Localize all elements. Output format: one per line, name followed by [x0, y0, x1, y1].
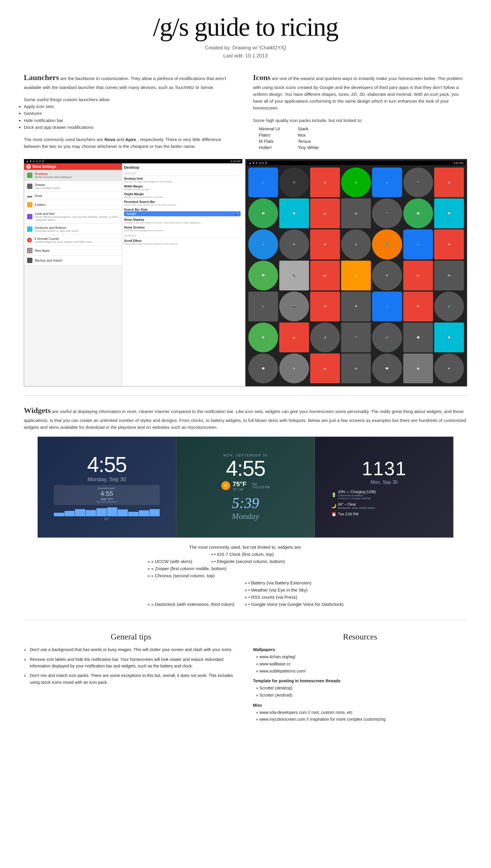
search-bar-setting: Persistent Search Bar Search and voice s… [124, 200, 240, 206]
bottom-section: General tips Don't use a background that… [24, 632, 467, 723]
widget-time-1: 4:55 [87, 454, 126, 475]
list-item: Dock and app drawer modifications [24, 124, 238, 131]
widgets-title: Widgets [24, 406, 51, 415]
weather-row: ☀ 75°F 75° | 56° Fair TUE 5:00 PM [221, 480, 270, 491]
icon-screenshot: ▲ ▼ ✦ ⊡ ⊡ ☰ 3:32 PM f 📷 M E f 📷 M ☎ 💬 g+… [246, 159, 467, 387]
misc-link[interactable]: www.mycolorscreen.com // inspiration for… [256, 716, 467, 723]
icon-packs-list: Minimal UI Flatro M Flats Holler! Stark:… [253, 126, 467, 150]
scroll-section-label: SCROLL [124, 234, 240, 238]
misc-link[interactable]: www.xda-developers.com // root, custom r… [256, 709, 467, 716]
nova-menu: N Nova Settings Desktop Home Screens and… [24, 163, 122, 387]
icons-title: Icons [253, 73, 271, 82]
page-title: /g/s guide to ricing [24, 12, 467, 42]
bondurant-box: bondurant 4:55 clear 75°F min:75°F max:7… [54, 485, 160, 505]
nova-menu-item-desktop[interactable]: Desktop Home Screens and wallpaper [24, 170, 122, 181]
height-margin-setting: Height Margin Margins on top and bottom … [124, 193, 240, 198]
nova-desktop-title: Desktop [124, 165, 240, 170]
resources-title: Resources [253, 632, 467, 642]
icon-pack: Nox [298, 133, 319, 138]
list-item: • RSS counts (via Press) [244, 594, 344, 601]
list-item: Apply icon sets [24, 103, 238, 110]
widget-panel-2: MON, SEPTEMBER 30 4:55 ☀ 75°F 75° | 56° … [176, 437, 315, 537]
icons-intro: Some high quality icon packs include, bu… [253, 117, 467, 124]
list-item: Gestures [24, 110, 238, 117]
widgets-display: 4:55 Monday, Sep 30 bondurant 4:55 clear… [37, 437, 454, 538]
launchers-title: Launchers [24, 73, 59, 82]
scroll-effect-setting: Scroll Effect Visual effect when scrolli… [124, 239, 240, 245]
nova-screenshot: ▲ ▼ ✦ ⊡ ⊡ ☰ 3:19 PM N Nova Settings Desk… [24, 159, 242, 387]
screenshots-row: ▲ ▼ ✦ ⊡ ⊡ ☰ 3:19 PM N Nova Settings Desk… [24, 159, 467, 387]
icons-section: Icons are one of the easiest and quickes… [253, 72, 467, 150]
list-item: Hide notification bar [24, 117, 238, 124]
tips-list: Don't use a background that has words or… [24, 646, 238, 685]
template-link[interactable]: Scrotter (desktop) [256, 685, 467, 692]
nova-menu-item-gestures[interactable]: Gestures and Buttons Associate actions o… [24, 224, 122, 235]
wallpaper-link[interactable]: www.4chan.org/wg/ [256, 653, 467, 661]
tip-item: Don't mix and match icon packs. There ar… [24, 672, 238, 685]
wallpapers-heading: Wallpapers [253, 646, 467, 653]
width-margin-setting: Width Margin Margins on left and right [124, 185, 240, 191]
launchers-list: Apply icon sets Gestures Hide notificati… [24, 103, 238, 131]
widgets-caption: The most commonly used, but not limited … [24, 544, 467, 551]
template-link[interactable]: Scrotter (Android) [256, 692, 467, 699]
list-item: • Elegante (second column, bottom) [203, 558, 285, 565]
icon-pack: Minimal UI [259, 126, 280, 131]
resources-block: Wallpapers www.4chan.org/wg/ www.wallbas… [253, 646, 467, 723]
widget-time-3: 1131 [362, 458, 407, 480]
widgets-body: are useful at displaying information in … [24, 409, 466, 430]
widget-date-3: Mon, Sep 30 [371, 480, 398, 485]
search-bar-style-setting: Search Bar Style Google 🎤 [124, 208, 240, 216]
icon-pack: Stark: [298, 126, 319, 131]
nova-menu-item-newapps[interactable]: New Apps [24, 246, 122, 256]
widget-panel-3: 1131 Mon, Sep 30 🔋 43% — Charging (USB) … [315, 437, 453, 537]
section-divider-2 [24, 620, 467, 620]
wallpaper-link[interactable]: www.wallbase.cc [256, 661, 467, 668]
section-divider [24, 395, 467, 396]
status-bar-right: ▲ ▼ ✦ ⊡ ⊡ ☰ 3:32 PM [247, 161, 465, 165]
general-tips-section: General tips Don't use a background that… [24, 632, 238, 723]
tip-item: Remove icon labels and hide the notifica… [24, 656, 238, 670]
launchers-section: Launchers are the backbone to customizat… [24, 72, 238, 150]
icons-body1: are one of the easiest and quickest ways… [253, 76, 463, 110]
battery-info: 🔋 43% — Charging (USB) 6 seconds on batt… [331, 490, 416, 500]
general-tips-title: General tips [24, 632, 238, 642]
desktop-grid-setting: Desktop Grid Grid size for apps and widg… [124, 177, 240, 183]
nova-menu-item-drawer[interactable]: Drawer App & Widget Drawer [24, 181, 122, 192]
nova-menu-item-backup[interactable]: Backup and Import [24, 256, 122, 265]
nova-menu-item-look[interactable]: Look and feel Visual effects used throug… [24, 210, 122, 224]
nova-right-panel: Desktop LAYOUT Desktop Grid Grid size fo… [122, 163, 242, 387]
misc-heading: Misc [253, 702, 467, 709]
resources-section: Resources Wallpapers www.4chan.org/wg/ w… [253, 632, 467, 723]
weather-icon: ☀ [221, 481, 230, 490]
launchers-intro: Some useful things custom launchers allo… [24, 96, 238, 103]
bar-chart [54, 507, 160, 516]
layout-section-label: LAYOUT [124, 172, 240, 176]
widget-time-2: 4:55 [226, 458, 265, 479]
nova-menu-item-folders[interactable]: Folders [24, 200, 122, 210]
nova-title-bar: N Nova Settings [24, 163, 122, 170]
page-subtitle: Created by: Drawing w/ !Chalkf2Y/Q Last … [24, 44, 467, 60]
widgets-list-zooper: » Zooper (first column middle, bottom) [147, 565, 344, 572]
widget-panel-1: 4:55 Monday, Sep 30 bondurant 4:55 clear… [38, 437, 176, 537]
list-item: • Battery (via Battery Extension) [244, 579, 344, 587]
cursive-time: 5:39 [232, 494, 259, 511]
widgets-list-section: The most commonly used, but not limited … [24, 544, 467, 608]
nova-menu-item-dock[interactable]: Dock [24, 192, 122, 200]
weather-info: 🌙 64° – Clear Bondurant, Iowa, United St… [331, 502, 416, 509]
tip-item: Don't use a background that has words or… [24, 646, 238, 653]
home-screens-setting: Home Screens Quantity and arrangement of… [124, 226, 240, 232]
icon-pack: M Flats [259, 139, 280, 144]
wallpaper-link[interactable]: www.subtlepatterns.com/ [256, 668, 467, 675]
widgets-list-chronus: » Chronus (second column, top) [147, 572, 344, 579]
launchers-note: The most commonly used launchers are Nov… [24, 136, 238, 150]
status-bar-left: ▲ ▼ ✦ ⊡ ⊡ ☰ 3:19 PM [24, 159, 242, 163]
list-item: • Weather (via Eye in the Sky) [244, 587, 344, 594]
widgets-list-uccw: » UCCW (with skins) • iOS 7 Clock (first… [147, 551, 344, 565]
icon-pack: Tersus [298, 139, 319, 144]
google-search-bar-mock: Google 🎤 [124, 211, 240, 216]
nova-menu-item-unread[interactable]: 3 3 Unread Counts Unread badges for dock… [24, 235, 122, 246]
widgets-list-dashclock: » Dashclock (with extensions, third colu… [147, 579, 344, 608]
template-heading: Template for posting in homescreen threa… [253, 677, 467, 685]
alarm-info: ⏰ Tue 2:00 PM [331, 512, 416, 516]
cursive-day: Monday [232, 511, 259, 521]
